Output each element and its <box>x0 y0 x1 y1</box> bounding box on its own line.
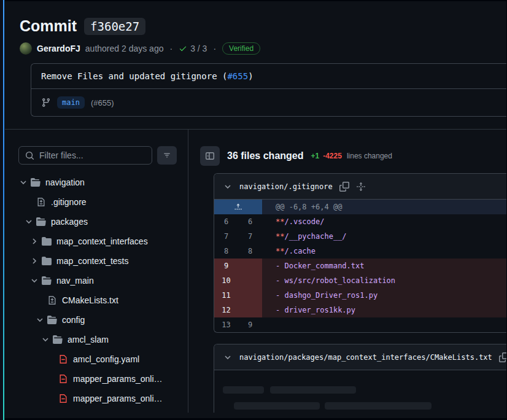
code-segment: /__pychache__/ <box>284 232 346 241</box>
new-line-number[interactable] <box>238 303 262 317</box>
tree-item-amcl-config-yaml[interactable]: amcl_config.yaml <box>5 349 188 369</box>
new-line-number[interactable]: 8 <box>238 244 262 259</box>
code-segment: driver_ros1kk.py <box>284 306 355 314</box>
old-line-number[interactable]: 12 <box>214 303 238 317</box>
author-name[interactable]: GerardoFJ <box>37 44 80 53</box>
copy-icon[interactable] <box>339 182 349 192</box>
chevron-down-icon[interactable] <box>223 352 233 362</box>
diff-card-cmakelists: navigation/packages/map_context_interfac… <box>214 344 506 413</box>
tree-item-docking-yaml[interactable]: docking.yaml <box>5 408 188 413</box>
expand-hunk-button[interactable] <box>214 200 262 214</box>
file-tree: navigation .gitignorepackagesmap_context… <box>5 173 188 413</box>
collapse-sidebar-icon <box>205 151 215 161</box>
chevron-right-icon <box>29 256 39 266</box>
hunk-header-text: @@ -6,8 +6,4 @@ <box>262 200 506 214</box>
folder-icon <box>42 276 52 286</box>
diff-deleted-line-row: 12- driver_ros1kk.py <box>214 303 506 317</box>
file-deleted-icon <box>58 374 68 384</box>
old-line-number[interactable]: 8 <box>214 244 238 259</box>
separator-dot: · <box>212 44 217 53</box>
skeleton-block <box>223 386 264 394</box>
code-segment: ** <box>276 232 284 241</box>
authored-text: authored 2 days ago <box>85 44 164 53</box>
diff-loading-skeleton <box>214 370 506 413</box>
tree-item-label: packages <box>51 217 88 227</box>
verified-badge[interactable]: Verified <box>222 42 260 55</box>
files-changed-header: 36 files changed +1 -4225 lines changed <box>200 146 506 166</box>
new-line-number[interactable]: 7 <box>238 229 262 244</box>
tree-item-config[interactable]: config <box>5 310 188 330</box>
folder-icon <box>36 217 46 227</box>
skeleton-block <box>234 402 320 410</box>
filter-files-field[interactable] <box>18 146 152 165</box>
window: Commit f360e27 GerardoFJ authored 2 days… <box>0 0 507 420</box>
diff-line-code: - Docker_command.txt <box>262 259 506 273</box>
old-line-number[interactable]: 9 <box>214 259 238 273</box>
file-deleted-icon <box>58 394 68 403</box>
folder-icon <box>42 236 52 246</box>
commit-message: Remove Files and updated gitignore (#655… <box>31 64 506 89</box>
tree-item-cmakelists-txt[interactable]: CMakeLists.txt <box>5 290 188 310</box>
avatar[interactable] <box>20 42 32 55</box>
tree-item-label: CMakeLists.txt <box>62 295 118 305</box>
code-segment: ** <box>276 247 284 255</box>
drag-expand-icon[interactable] <box>356 182 366 192</box>
tree-item-label: map_context_interfaces <box>56 236 148 246</box>
folder-icon <box>42 256 52 266</box>
filter-options-button[interactable] <box>157 146 177 165</box>
old-line-number[interactable]: 10 <box>214 273 238 288</box>
new-line-number[interactable]: 6 <box>238 214 262 229</box>
old-line-number[interactable]: 7 <box>214 229 238 244</box>
chevron-down-icon <box>24 217 34 227</box>
tree-item-mapper-params-onli[interactable]: mapper_params_onli… <box>5 369 188 389</box>
new-line-number[interactable] <box>238 259 262 273</box>
tree-item-packages[interactable]: packages <box>5 212 188 231</box>
code-segment: /.vscode/ <box>284 217 324 226</box>
issue-link[interactable]: #655 <box>227 71 248 81</box>
new-line-number[interactable] <box>238 288 262 303</box>
filter-icon <box>163 151 171 160</box>
git-branch-icon <box>41 98 51 107</box>
code-segment: dashgo_Driver_ros1.py <box>284 291 377 300</box>
new-line-number[interactable]: 9 <box>238 317 262 332</box>
code-segment: - <box>276 262 284 270</box>
commit-header: Commit f360e27 GerardoFJ authored 2 days… <box>5 1 506 117</box>
diff-main-panel: 36 files changed +1 -4225 lines changed … <box>188 130 506 413</box>
code-segment: - <box>276 306 284 314</box>
tree-item-navigation[interactable]: navigation <box>5 173 188 192</box>
tree-item-label: amcl_config.yaml <box>73 354 139 364</box>
chevron-down-icon[interactable] <box>223 182 233 192</box>
tree-item-mapper-params-onli[interactable]: mapper_params_onli… <box>5 389 188 408</box>
checks-status[interactable]: 3 / 3 <box>179 44 207 53</box>
new-line-number[interactable] <box>238 273 262 288</box>
tree-item-label: amcl_slam <box>68 335 109 344</box>
code-segment: - <box>276 276 284 285</box>
tree-item-map-context-interfaces[interactable]: map_context_interfaces <box>5 231 188 251</box>
separator-dot: · <box>168 44 174 53</box>
code-segment: /.cache <box>284 247 315 255</box>
file-tree-sidebar: navigation .gitignorepackagesmap_context… <box>5 130 188 413</box>
old-line-number[interactable]: 6 <box>214 214 238 229</box>
skeleton-block <box>270 386 356 394</box>
page-title: Commit <box>20 17 77 35</box>
diff-context-line-row: 88**/.cache <box>214 244 506 259</box>
chevron-down-icon <box>18 177 28 187</box>
diff-line-code: - ws/src/robot_localization <box>262 273 506 288</box>
copy-icon[interactable] <box>499 352 506 362</box>
diff-line-code: - driver_ros1kk.py <box>262 303 506 317</box>
old-line-number[interactable]: 11 <box>214 288 238 303</box>
tree-item-map-context-tests[interactable]: map_context_tests <box>5 251 188 271</box>
tree-item-amcl-slam[interactable]: amcl_slam <box>5 330 188 349</box>
left-accent-strip <box>0 0 5 420</box>
filter-files-input[interactable] <box>39 150 145 160</box>
branch-chip[interactable]: main <box>57 96 85 109</box>
code-segment: ** <box>276 217 284 226</box>
github-commit-page: Commit f360e27 GerardoFJ authored 2 days… <box>5 1 506 418</box>
tree-item-label: mapper_params_onli… <box>73 394 163 403</box>
chevron-down-icon <box>41 335 50 344</box>
file-deleted-icon <box>58 354 68 364</box>
collapse-sidebar-button[interactable] <box>200 146 220 166</box>
tree-item-gitignore[interactable]: .gitignore <box>5 192 188 212</box>
tree-item-nav-main[interactable]: nav_main <box>5 271 188 290</box>
old-line-number[interactable]: 13 <box>214 317 238 332</box>
